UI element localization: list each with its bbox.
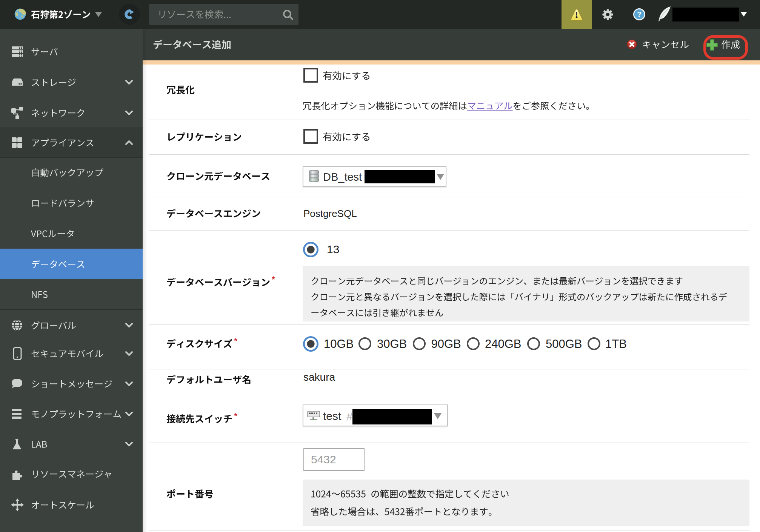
svg-text:?: ? xyxy=(637,10,642,18)
